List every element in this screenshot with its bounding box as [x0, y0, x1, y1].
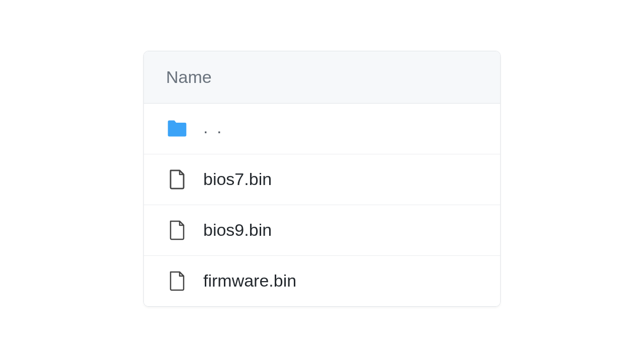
file-row[interactable]: firmware.bin	[144, 256, 500, 306]
file-row[interactable]: bios7.bin	[144, 154, 500, 205]
file-icon	[166, 220, 188, 240]
folder-icon	[166, 119, 188, 139]
file-name: firmware.bin	[203, 271, 296, 291]
file-row-parent[interactable]: . .	[144, 104, 500, 154]
file-name: . .	[203, 119, 223, 139]
file-icon	[166, 169, 188, 190]
file-icon	[166, 271, 188, 291]
file-name: bios9.bin	[203, 220, 272, 240]
file-list-header: Name	[144, 51, 500, 104]
file-list-panel: Name . . bios7.bin bios9.bin	[143, 51, 501, 307]
file-name: bios7.bin	[203, 169, 272, 189]
file-row[interactable]: bios9.bin	[144, 205, 500, 256]
column-header-name: Name	[166, 67, 212, 86]
